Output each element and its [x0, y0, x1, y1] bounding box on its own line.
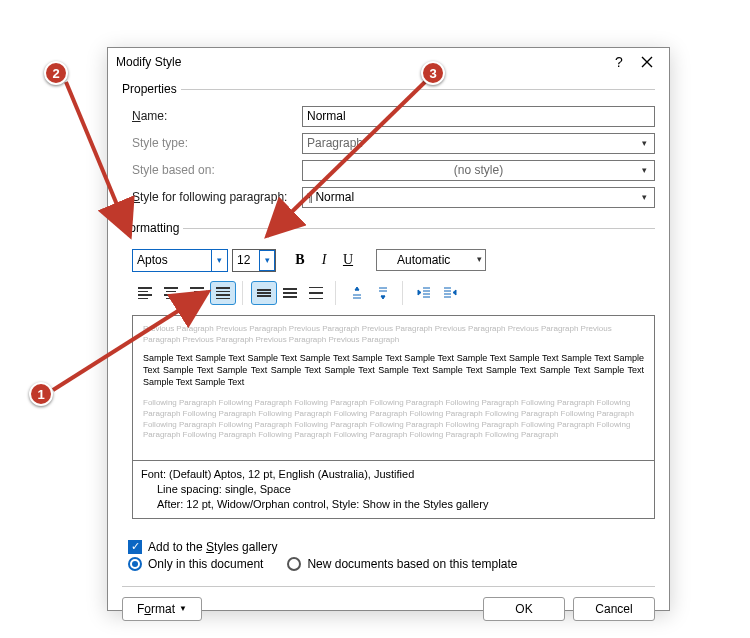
callout-2: 2 [44, 61, 68, 85]
arrow-3-to-size [0, 0, 750, 638]
callout-1: 1 [29, 382, 53, 406]
callout-3: 3 [421, 61, 445, 85]
svg-line-2 [267, 82, 425, 236]
